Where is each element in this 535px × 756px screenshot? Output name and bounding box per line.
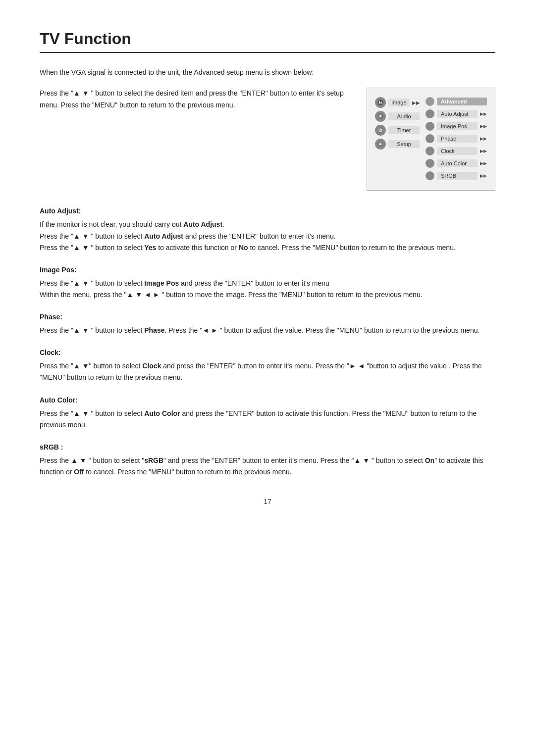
menu-diagram: Image ▶▶ Audio (367, 88, 495, 191)
svg-point-0 (377, 100, 383, 105)
auto-color-icon (426, 159, 434, 168)
menu-header-advanced: Advanced (426, 97, 487, 106)
phase-label: Phase (437, 135, 478, 143)
menu-sub-image-pos: Image Pos ▶▶ (426, 122, 487, 131)
image-pos-label: Image Pos (437, 122, 478, 130)
menu-sub-phase: Phase ▶▶ (426, 134, 487, 143)
timer-label: Timer (388, 126, 420, 134)
clock-label: Clock (437, 147, 478, 155)
image-pos-title: Image Pos: (40, 264, 495, 276)
page-number: 17 (40, 498, 495, 505)
setup-label: Setup (388, 140, 420, 148)
clock-icon (426, 147, 434, 155)
menu-sub-auto-color: Auto Color ▶▶ (426, 159, 487, 168)
audio-icon (375, 111, 386, 122)
menu-item-audio: Audio (375, 111, 420, 122)
auto-adjust-arrow: ▶▶ (480, 111, 487, 116)
left-description-text: Press the "▲ ▼ " button to select the de… (40, 88, 352, 111)
menu-sub-auto-adjust: Auto Adjust ▶▶ (426, 109, 487, 118)
image-pos-p1: Press the "▲ ▼ " button to select Image … (40, 278, 495, 289)
menu-item-setup: Setup (375, 139, 420, 150)
auto-adjust-p2: Press the "▲ ▼ " button to select Auto A… (40, 231, 495, 242)
menu-left-column: Image ▶▶ Audio (375, 97, 420, 150)
image-icon (375, 97, 386, 108)
section-image-pos: Image Pos: Press the "▲ ▼ " button to se… (40, 264, 495, 301)
phase-arrow: ▶▶ (480, 136, 487, 141)
content-area: Press the "▲ ▼ " button to select the de… (40, 88, 495, 191)
auto-adjust-title: Auto Adjust: (40, 205, 495, 217)
srgb-icon (426, 171, 434, 180)
menu-columns: Image ▶▶ Audio (375, 97, 487, 181)
auto-adjust-p3: Press the "▲ ▼ " button to select Yes to… (40, 242, 495, 253)
image-pos-icon (426, 122, 434, 131)
svg-point-1 (379, 101, 380, 102)
image-pos-p2: Within the menu, press the "▲ ▼ ◄ ► " bu… (40, 289, 495, 301)
menu-right-column: Advanced Auto Adjust ▶▶ Image Pos ▶▶ Pha… (426, 97, 487, 181)
setup-icon (375, 139, 386, 150)
image-arrow: ▶▶ (412, 100, 420, 105)
menu-sub-srgb: SRGB ▶▶ (426, 171, 487, 180)
image-label: Image (388, 99, 410, 106)
clock-arrow: ▶▶ (480, 149, 487, 153)
srgb-arrow: ▶▶ (480, 173, 487, 178)
menu-item-timer: Timer (375, 125, 420, 136)
advanced-label: Advanced (437, 98, 487, 105)
section-clock: Clock: Press the "▲ ▼" button to select … (40, 347, 495, 383)
phase-icon (426, 134, 434, 143)
menu-item-image: Image ▶▶ (375, 97, 420, 108)
auto-color-p1: Press the "▲ ▼ " button to select Auto C… (40, 408, 495, 431)
phase-title: Phase: (40, 311, 495, 323)
auto-color-arrow: ▶▶ (480, 161, 487, 166)
left-description: Press the "▲ ▼ " button to select the de… (40, 88, 352, 111)
advanced-icon (426, 97, 434, 106)
audio-label: Audio (388, 112, 420, 120)
section-auto-adjust: Auto Adjust: If the monitor is not clear… (40, 205, 495, 253)
srgb-label: SRGB (437, 172, 478, 180)
srgb-p1: Press the ▲ ▼ " button to select "sRGB" … (40, 455, 495, 478)
auto-adjust-label: Auto Adjust (437, 110, 478, 118)
phase-p1: Press the "▲ ▼ " button to select Phase.… (40, 325, 495, 336)
page-title: TV Function (40, 30, 495, 53)
svg-point-8 (379, 143, 381, 145)
auto-color-title: Auto Color: (40, 395, 495, 406)
menu-sub-clock: Clock ▶▶ (426, 147, 487, 155)
image-pos-arrow: ▶▶ (480, 124, 487, 129)
auto-color-label: Auto Color (437, 159, 478, 167)
auto-adjust-p1: If the monitor is not clear, you should … (40, 219, 495, 230)
section-auto-color: Auto Color: Press the "▲ ▼ " button to s… (40, 395, 495, 431)
section-srgb: sRGB : Press the ▲ ▼ " button to select … (40, 442, 495, 478)
clock-p1: Press the "▲ ▼" button to select Clock a… (40, 360, 495, 383)
intro-paragraph: When the VGA signal is connected to the … (40, 67, 495, 78)
srgb-title: sRGB : (40, 442, 495, 453)
section-phase: Phase: Press the "▲ ▼ " button to select… (40, 311, 495, 336)
clock-title: Clock: (40, 347, 495, 358)
auto-adjust-icon (426, 109, 434, 118)
timer-icon (375, 125, 386, 136)
